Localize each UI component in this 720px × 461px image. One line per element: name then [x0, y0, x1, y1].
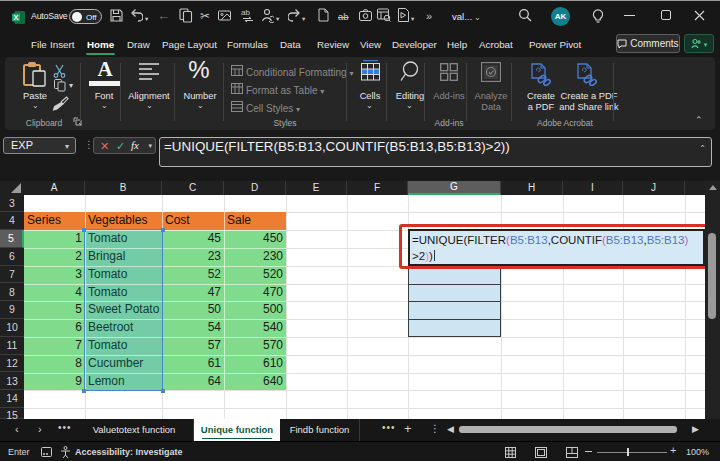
svg-text:ab: ab — [241, 8, 250, 17]
svg-text:X: X — [13, 13, 18, 22]
